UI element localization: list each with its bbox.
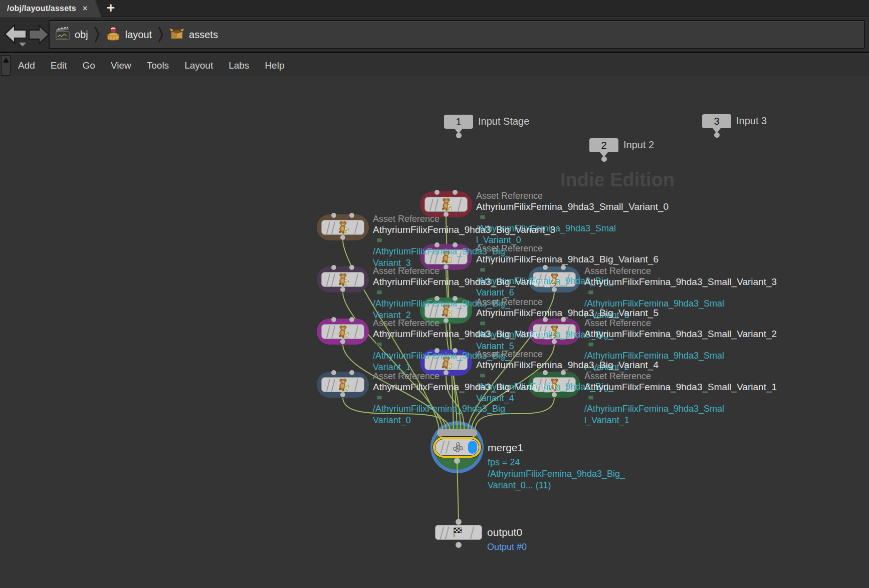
node-output-connector[interactable] [340, 392, 345, 397]
path-toolbar: objlayoutassets [0, 18, 869, 53]
asset-node-body[interactable] [321, 220, 364, 235]
breadcrumb-item-layout[interactable]: layout [105, 26, 152, 44]
lock-icon [479, 370, 486, 380]
menu-labs[interactable]: Labs [226, 59, 252, 72]
node-shape-line [331, 326, 335, 339]
node-name-label: AthyriumFilixFemina_9hda3_Big_Variant_5 [476, 308, 659, 319]
menu-tools[interactable]: Tools [144, 59, 172, 72]
lock-icon [376, 287, 383, 297]
houdini-network-window: /obj/layout/assets × + objlayoutassets A… [0, 0, 869, 588]
node-shape-line [458, 198, 462, 211]
node-input-connector[interactable] [331, 213, 336, 218]
merge-molecule-icon [451, 441, 465, 455]
menu-help[interactable]: Help [262, 59, 287, 72]
lock-icon [479, 212, 486, 222]
back-button[interactable] [4, 22, 28, 50]
node-input-connector[interactable] [349, 265, 354, 270]
lock-icon [587, 339, 594, 349]
merge-name-label: merge1 [488, 442, 523, 454]
breadcrumb-item-obj[interactable]: obj [55, 26, 88, 44]
collapse-triangle-icon [3, 58, 9, 63]
node-type-label: Asset Reference [584, 371, 651, 382]
menu-layout[interactable]: Layout [181, 59, 216, 72]
menu-bar: AddEditGoViewToolsLayoutLabsHelp [0, 55, 869, 76]
node-shape-line [331, 273, 335, 286]
tab-close-icon[interactable]: × [83, 4, 87, 13]
merge-node[interactable] [433, 437, 481, 458]
node-shape-line [331, 221, 335, 234]
breadcrumb: objlayoutassets [49, 20, 865, 49]
lock-icon [376, 235, 383, 245]
node-input-connector[interactable] [453, 190, 458, 195]
node-shape-line [429, 198, 433, 211]
node-shape-line [354, 326, 358, 339]
asset-node-body[interactable] [321, 324, 364, 339]
node-name-label: AthyriumFilixFemina_9hda3_Big_Variant_1 [373, 329, 555, 340]
pane-tab-bar: /obj/layout/assets × + [0, 0, 869, 17]
input-connector-badge[interactable]: 1 [444, 115, 473, 129]
node-output-connector[interactable] [444, 212, 449, 217]
output-input-connector[interactable] [456, 519, 462, 525]
input-connector-badge[interactable]: 3 [702, 114, 731, 128]
menu-go[interactable]: Go [80, 59, 98, 72]
node-shape-line [326, 326, 330, 339]
node-input-connector[interactable] [435, 190, 440, 195]
menu-collapse-strip[interactable] [1, 55, 11, 76]
node-output-connector[interactable] [340, 287, 345, 292]
input-number: 1 [444, 115, 473, 129]
breadcrumb-label: layout [125, 29, 152, 41]
node-input-connector[interactable] [349, 370, 354, 375]
chevron-right-icon [94, 26, 100, 44]
node-shape-line [326, 379, 330, 392]
menu-view[interactable]: View [108, 59, 134, 72]
node-input-connector[interactable] [349, 317, 354, 322]
new-tab-button[interactable]: + [102, 0, 119, 17]
node-input-connector[interactable] [543, 265, 548, 270]
input-connector-badge[interactable]: 2 [589, 138, 618, 152]
node-type-label: Asset Reference [476, 349, 543, 360]
menu-edit[interactable]: Edit [48, 59, 70, 72]
breadcrumb-item-assets[interactable]: assets [169, 26, 218, 44]
layout-pie-icon [105, 26, 121, 44]
asset-node-body[interactable] [424, 197, 468, 212]
input-number: 2 [589, 138, 618, 152]
asset-node-body[interactable] [321, 272, 364, 287]
forward-button[interactable] [28, 24, 50, 48]
node-type-label: Asset Reference [373, 266, 440, 276]
assets-box-icon [169, 26, 185, 44]
merge-comment: fps = 24 /AthyriumFilixFemina_9hda3_Big_… [488, 457, 625, 491]
node-type-label: Asset Reference [476, 243, 543, 254]
node-shape-line [445, 526, 449, 539]
teddy-bear-icon [338, 221, 349, 235]
node-comment: /AthyriumFilixFemina_9hda3_Smal l_Varian… [584, 403, 724, 426]
node-input-connector[interactable] [543, 370, 548, 375]
merge-flag-badge [468, 441, 477, 454]
node-input-connector[interactable] [331, 265, 336, 270]
node-shape-line [446, 441, 450, 454]
output-index-label: Output #0 [487, 542, 527, 552]
node-type-label: Asset Reference [373, 318, 440, 329]
node-shape-line [326, 273, 330, 286]
node-input-connector[interactable] [349, 213, 354, 218]
node-output-connector[interactable] [340, 235, 345, 240]
output-node[interactable] [435, 525, 482, 540]
node-output-connector[interactable] [340, 339, 345, 344]
chevron-right-icon [158, 26, 164, 44]
input-label: Input 2 [623, 139, 654, 151]
breadcrumb-label: obj [75, 29, 88, 41]
merge-input-cap[interactable] [437, 429, 477, 437]
node-input-connector[interactable] [331, 317, 336, 322]
obj-clapperboard-icon [55, 26, 71, 44]
asset-node-body[interactable] [321, 377, 364, 392]
network-pane-tab[interactable]: /obj/layout/assets × [0, 0, 101, 17]
output-output-connector[interactable] [456, 542, 462, 548]
node-input-connector[interactable] [331, 370, 336, 375]
node-input-connector[interactable] [561, 370, 566, 375]
tab-title: /obj/layout/assets [7, 4, 76, 13]
node-shape-line [440, 526, 444, 539]
node-input-connector[interactable] [561, 265, 566, 270]
node-shape-line [470, 526, 474, 539]
merge-output-connector[interactable] [454, 458, 460, 464]
node-type-label: Asset Reference [373, 371, 440, 382]
menu-add[interactable]: Add [15, 59, 38, 72]
